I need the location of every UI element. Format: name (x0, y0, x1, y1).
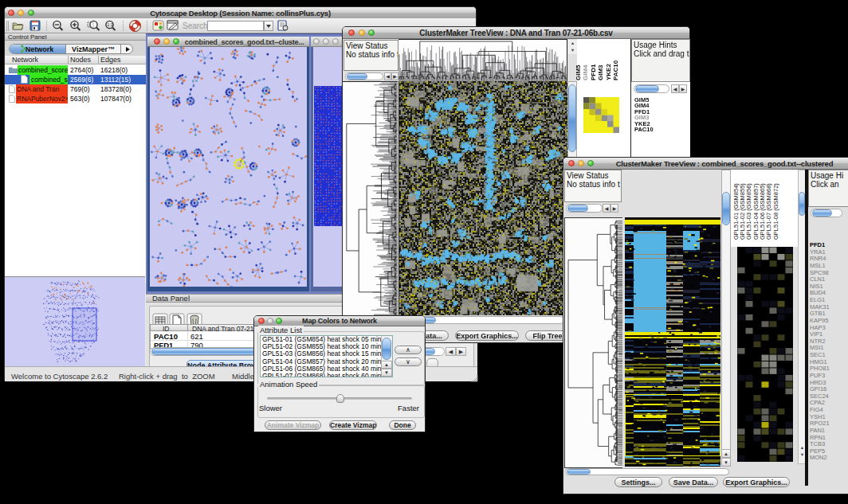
svg-text:1:1: 1:1 (107, 22, 113, 27)
